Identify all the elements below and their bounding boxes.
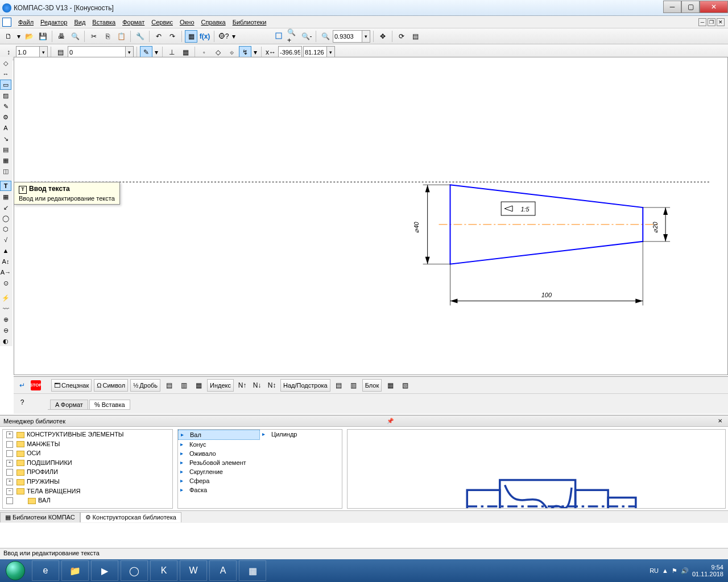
- window-minimize-button[interactable]: ─: [663, 1, 681, 13]
- params-icon[interactable]: ⚙: [0, 112, 11, 122]
- menu-window[interactable]: Окно: [176, 18, 198, 27]
- taskbar-explorer-icon[interactable]: 📁: [61, 560, 89, 581]
- undo-button[interactable]: ↶: [152, 30, 165, 43]
- tray-volume-icon[interactable]: 🔊: [681, 567, 689, 575]
- cond-cross-icon[interactable]: ◐: [0, 336, 11, 346]
- help-cursor-button[interactable]: ⭗?: [217, 30, 230, 43]
- base-tool-icon[interactable]: ▲: [0, 246, 11, 256]
- arrow-icon[interactable]: A→: [0, 267, 11, 277]
- tree-item-child[interactable]: ВАЛ: [3, 496, 172, 505]
- associative-icon[interactable]: ◫: [0, 166, 11, 176]
- library-manager-button[interactable]: ▦: [185, 30, 197, 43]
- index2-button[interactable]: N↓: [251, 379, 263, 392]
- list-item[interactable]: Фаска: [178, 485, 260, 494]
- tray-action-icon[interactable]: ⚑: [672, 567, 677, 575]
- sup1-button[interactable]: ▤: [333, 379, 345, 392]
- brand-tool-icon[interactable]: ⬡: [0, 224, 11, 234]
- specsign-button[interactable]: 🗔 Спецзнак: [51, 379, 92, 392]
- tree-item[interactable]: ОСИ: [3, 448, 172, 458]
- open-button[interactable]: 📂: [23, 30, 35, 43]
- libtab-kompas[interactable]: ▦ Библиотеки КОМПАС: [0, 512, 80, 522]
- menu-insert[interactable]: Вставка: [89, 18, 119, 27]
- wave-line-icon[interactable]: 〰: [0, 304, 11, 314]
- menu-service[interactable]: Сервис: [148, 18, 176, 27]
- zoom-fit-button[interactable]: 🔍: [319, 30, 332, 43]
- redo-button[interactable]: ↷: [166, 30, 179, 43]
- zoom-out-button[interactable]: 🔍-: [300, 30, 313, 43]
- supersubscript-button[interactable]: Над/Подстрока: [280, 379, 330, 392]
- menu-format[interactable]: Формат: [119, 18, 148, 27]
- taskbar-acrobat-icon[interactable]: A: [209, 560, 237, 581]
- auto-axis-icon[interactable]: ⊖: [0, 325, 11, 335]
- cut-button[interactable]: ✂: [88, 30, 100, 43]
- taskbar-media-icon[interactable]: ▶: [91, 560, 118, 581]
- tree-item[interactable]: ПРОФИЛИ: [3, 467, 172, 477]
- list-item[interactable]: Сфера: [178, 476, 260, 485]
- symbol-button[interactable]: Ω Символ: [94, 379, 128, 392]
- roughness-tool-icon[interactable]: √: [0, 235, 11, 245]
- line-cut-icon[interactable]: A↕: [0, 256, 11, 267]
- save-button[interactable]: 💾: [36, 30, 49, 43]
- list-item[interactable]: Скругление: [178, 467, 260, 476]
- dimensions-icon[interactable]: ↔: [0, 69, 11, 79]
- refresh-button[interactable]: ⟳: [395, 30, 408, 43]
- align-center-button[interactable]: ▥: [177, 379, 190, 392]
- taskbar-chrome-icon[interactable]: ◯: [121, 560, 148, 581]
- tree-item[interactable]: ПРУЖИНЫ: [3, 477, 172, 487]
- tree-item[interactable]: КОНСТРУКТИВНЫЕ ЭЛЕМЕНТЫ: [3, 430, 172, 439]
- list-item[interactable]: Конус: [178, 440, 260, 449]
- paste-button[interactable]: 📋: [115, 30, 127, 43]
- annotations-icon[interactable]: ▭: [0, 80, 11, 90]
- tray-lang[interactable]: RU: [650, 567, 659, 574]
- remote-elem-icon[interactable]: ⊙: [0, 278, 11, 288]
- taskbar-word-icon[interactable]: W: [180, 560, 207, 581]
- copy-button[interactable]: ⎘: [101, 30, 114, 43]
- index1-button[interactable]: N↑: [236, 379, 249, 392]
- mdi-close-button[interactable]: ✕: [717, 18, 725, 26]
- new-dropdown[interactable]: ▾: [16, 30, 22, 43]
- table-tool-icon[interactable]: ▦: [0, 192, 11, 202]
- taskbar-ie-icon[interactable]: e: [32, 560, 59, 581]
- window-maximize-button[interactable]: ▢: [681, 1, 700, 13]
- index3-button[interactable]: N↕: [266, 379, 278, 392]
- views-icon[interactable]: ▦: [0, 155, 11, 165]
- menu-editor[interactable]: Редактор: [37, 18, 71, 27]
- library-tree[interactable]: КОНСТРУКТИВНЫЕ ЭЛЕМЕНТЫ МАНЖЕТЫ ОСИ ПОДШ…: [2, 429, 173, 509]
- menu-file[interactable]: Файл: [15, 18, 37, 27]
- drawing-canvas[interactable]: ⌀40 ⌀20 100 1:5: [14, 57, 728, 375]
- balloon-tool-icon[interactable]: ◯: [0, 213, 11, 223]
- properties-button[interactable]: 🔧: [134, 30, 146, 43]
- close-panel-button[interactable]: ✕: [715, 418, 725, 424]
- list-item[interactable]: Оживало: [178, 449, 260, 458]
- block1-button[interactable]: ▦: [384, 379, 396, 392]
- print-button[interactable]: 🖶: [55, 30, 68, 43]
- insert-tab[interactable]: % Вставка: [89, 400, 130, 409]
- block2-button[interactable]: ▧: [399, 379, 411, 392]
- tree-item[interactable]: ПОДШИПНИКИ: [3, 458, 172, 468]
- zoom-value-input[interactable]: ▾: [333, 30, 370, 43]
- menu-view[interactable]: Вид: [71, 18, 89, 27]
- list-item[interactable]: Резьбовой элемент: [178, 458, 260, 467]
- stop-button[interactable]: STOP: [31, 380, 41, 390]
- menu-help[interactable]: Справка: [198, 18, 229, 27]
- library-list[interactable]: Вал Конус Оживало Резьбовой элемент Скру…: [177, 429, 342, 509]
- select-icon[interactable]: ↘: [0, 134, 11, 144]
- menu-libraries[interactable]: Библиотеки: [229, 18, 270, 27]
- window-close-button[interactable]: ✕: [700, 1, 728, 13]
- hatching-icon[interactable]: ▨: [0, 90, 11, 101]
- geometry-icon[interactable]: ◇: [0, 58, 11, 68]
- align-right-button[interactable]: ▦: [192, 379, 205, 392]
- pan-button[interactable]: ✥: [377, 30, 389, 43]
- mdi-restore-button[interactable]: ❐: [708, 18, 715, 26]
- taskbar-kompas-icon[interactable]: K: [150, 560, 177, 581]
- pin-button[interactable]: 📌: [384, 418, 396, 424]
- new-button[interactable]: 🗋: [2, 30, 15, 43]
- leader-tool-icon[interactable]: ↙: [0, 202, 11, 213]
- auto-create-button[interactable]: ?: [16, 396, 28, 409]
- axis-line-icon[interactable]: ⚡: [0, 293, 11, 303]
- tree-item[interactable]: МАНЖЕТЫ: [3, 439, 172, 449]
- measure-icon[interactable]: A: [0, 123, 11, 133]
- tree-item[interactable]: ТЕЛА ВРАЩЕНИЯ: [3, 487, 172, 496]
- list-item[interactable]: Вал: [178, 430, 260, 440]
- sup2-button[interactable]: ▥: [348, 379, 360, 392]
